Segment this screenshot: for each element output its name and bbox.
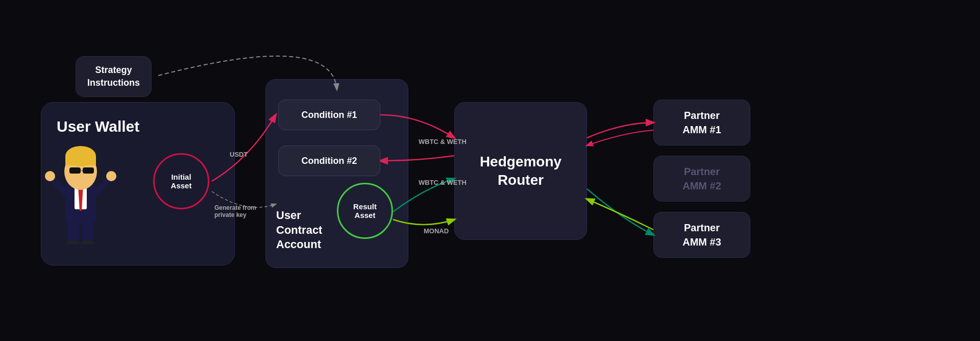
partner-amm-3: PartnerAMM #3 bbox=[653, 212, 750, 258]
strategy-label: StrategyInstructions bbox=[87, 65, 140, 88]
hedgemony-router: HedgemonyRouter bbox=[454, 102, 587, 240]
wbtc-weth-2-label: WBTC & WETH bbox=[419, 179, 467, 186]
svg-rect-13 bbox=[68, 223, 79, 243]
condition-1: Condition #1 bbox=[278, 100, 380, 130]
svg-rect-14 bbox=[82, 223, 93, 243]
generate-key-label: Generate fromprivate key bbox=[214, 204, 256, 218]
svg-rect-7 bbox=[83, 167, 94, 174]
result-asset-label: ResultAsset bbox=[353, 202, 377, 220]
contract-account-label: UserContractAccount bbox=[276, 208, 322, 252]
partner-amm-2: PartnerAMM #2 bbox=[653, 156, 750, 202]
condition-2: Condition #2 bbox=[278, 145, 380, 176]
svg-rect-5 bbox=[65, 156, 96, 165]
user-wallet-title: User Wallet bbox=[57, 118, 139, 135]
svg-point-12 bbox=[106, 171, 116, 181]
initial-asset: InitialAsset bbox=[153, 153, 209, 209]
character-figure bbox=[45, 137, 116, 244]
monad-label: MONAD bbox=[424, 227, 449, 235]
result-asset: ResultAsset bbox=[337, 183, 393, 239]
initial-asset-label: InitialAsset bbox=[171, 173, 192, 190]
wbtc-weth-1-label: WBTC & WETH bbox=[419, 138, 467, 145]
partner-amm-1: PartnerAMM #1 bbox=[653, 100, 750, 145]
svg-point-10 bbox=[45, 171, 55, 181]
strategy-instructions: StrategyInstructions bbox=[76, 56, 152, 97]
diagram-container: { "strategy": { "label": "Strategy\nInst… bbox=[0, 0, 980, 341]
usdt-label: USDT bbox=[230, 151, 248, 158]
svg-rect-6 bbox=[69, 167, 81, 174]
